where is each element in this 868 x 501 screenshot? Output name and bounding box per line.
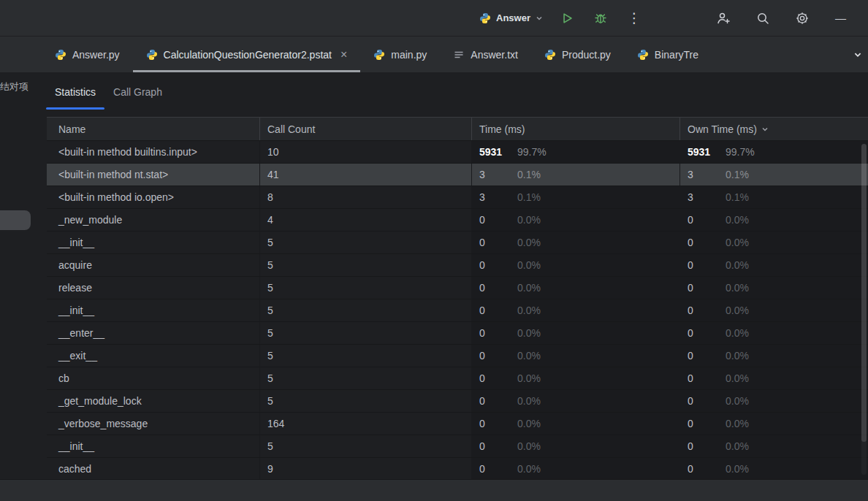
python-logo-icon	[479, 12, 491, 24]
debug-icon[interactable]	[591, 9, 610, 28]
vertical-scrollbar[interactable]	[861, 144, 867, 475]
status-bar	[0, 479, 868, 501]
python-logo-icon	[544, 49, 556, 61]
cell-name: <built-in method nt.stat>	[47, 164, 259, 186]
tab-label: Answer.txt	[471, 49, 518, 61]
view-tab-0[interactable]: Statistics	[46, 73, 104, 111]
table-row[interactable]: <built-in method io.open>830.1%30.1%	[47, 186, 868, 209]
table-row[interactable]: _verbose_message16400.0%00.0%	[47, 413, 868, 435]
sort-indicator-icon	[761, 123, 769, 135]
scrollbar-thumb[interactable]	[861, 144, 867, 442]
table-row[interactable]: __init__500.0%00.0%	[47, 232, 868, 254]
function-name: __enter__	[58, 327, 104, 339]
cell-own-time: 00.0%	[679, 322, 868, 344]
time-value: 0	[479, 259, 517, 271]
tool-window-stripe-button-active[interactable]	[0, 210, 31, 230]
own-time-percent: 0.0%	[726, 214, 749, 226]
view-tab-1[interactable]: Call Graph	[104, 73, 171, 111]
settings-gear-icon[interactable]	[793, 9, 812, 28]
editor-tab-2[interactable]: main.py	[360, 37, 440, 72]
table-row[interactable]: cb500.0%00.0%	[47, 367, 868, 390]
cell-call-count: 5	[259, 367, 471, 389]
call-count-value: 41	[267, 169, 279, 180]
own-time-value: 3	[688, 169, 726, 180]
table-row[interactable]: release500.0%00.0%	[47, 277, 868, 299]
cell-own-time: 00.0%	[679, 299, 868, 321]
cell-name: acquire	[47, 254, 259, 276]
tabs-overflow-icon[interactable]	[853, 37, 862, 72]
own-time-percent: 0.0%	[726, 237, 749, 248]
cell-own-time: 00.0%	[679, 458, 868, 479]
time-value: 0	[479, 282, 517, 294]
editor-tab-5[interactable]: BinaryTre	[624, 37, 712, 72]
call-count-value: 5	[267, 305, 273, 316]
table-row[interactable]: _get_module_lock500.0%00.0%	[47, 390, 868, 413]
own-time-value: 0	[688, 327, 726, 339]
column-header-time[interactable]: Time (ms)	[471, 118, 679, 140]
table-row[interactable]: __enter__500.0%00.0%	[47, 322, 868, 345]
table-row[interactable]: __init__500.0%00.0%	[47, 435, 868, 458]
time-percent: 0.0%	[517, 418, 541, 429]
left-tool-window-stripe: 小结对项	[0, 73, 42, 479]
toolbar-right-icons	[714, 9, 812, 28]
call-count-value: 5	[267, 372, 273, 384]
column-label: Call Count	[267, 123, 315, 135]
cell-name: cb	[47, 367, 259, 389]
function-name: <built-in method io.open>	[58, 191, 174, 203]
call-count-value: 8	[267, 191, 273, 203]
own-time-value: 3	[688, 191, 726, 203]
cell-call-count: 5	[259, 345, 471, 367]
cell-own-time: 00.0%	[679, 435, 868, 457]
table-row[interactable]: acquire500.0%00.0%	[47, 254, 868, 277]
cell-own-time: 00.0%	[679, 254, 868, 276]
call-count-value: 4	[267, 214, 273, 226]
cell-call-count: 4	[259, 209, 471, 231]
function-name: __init__	[58, 237, 94, 248]
add-user-icon[interactable]	[714, 9, 733, 28]
minimize-icon[interactable]: —	[835, 12, 846, 24]
table-row[interactable]: __init__500.0%00.0%	[47, 299, 868, 322]
search-icon[interactable]	[753, 9, 772, 28]
cell-time: 00.0%	[471, 209, 679, 231]
column-header-name[interactable]: Name	[47, 118, 259, 140]
tool-window-stripe-button[interactable]: 小结对项	[0, 80, 28, 93]
editor-tab-3[interactable]: Answer.txt	[440, 37, 531, 72]
table-row[interactable]: cached900.0%00.0%	[47, 458, 868, 479]
table-row[interactable]: <built-in method nt.stat>4130.1%30.1%	[47, 164, 868, 186]
time-value: 0	[479, 214, 517, 226]
cell-call-count: 5	[259, 390, 471, 412]
cell-call-count: 41	[259, 164, 471, 186]
editor-tab-0[interactable]: Answer.py	[42, 37, 133, 72]
cell-time: 00.0%	[471, 299, 679, 321]
time-percent: 0.1%	[517, 191, 541, 203]
profiler-panel: StatisticsCall Graph Name Call Count Tim…	[42, 73, 868, 479]
own-time-value: 0	[688, 350, 726, 362]
editor-tab-1[interactable]: CalculationQuestionGenerator2.pstat×	[133, 37, 361, 72]
column-header-call-count[interactable]: Call Count	[259, 118, 471, 140]
tab-label: CalculationQuestionGenerator2.pstat	[164, 49, 332, 61]
own-time-percent: 0.0%	[726, 305, 749, 316]
run-icon[interactable]	[557, 9, 576, 28]
run-config-selector[interactable]: Answer	[479, 12, 543, 25]
column-header-own-time[interactable]: Own Time (ms)	[679, 118, 868, 140]
cell-time: 00.0%	[471, 254, 679, 276]
table-row[interactable]: _new_module400.0%00.0%	[47, 209, 868, 232]
function-name: _verbose_message	[58, 418, 148, 429]
function-name: release	[58, 282, 92, 294]
cell-call-count: 8	[259, 186, 471, 208]
call-count-value: 5	[267, 259, 273, 271]
table-row[interactable]: __exit__500.0%00.0%	[47, 345, 868, 367]
more-actions-icon[interactable]: ⋮	[625, 9, 644, 28]
time-value: 3	[479, 191, 517, 203]
cell-time: 00.0%	[471, 277, 679, 299]
time-percent: 0.0%	[517, 350, 541, 362]
main-toolbar: Answer ⋮	[0, 0, 868, 37]
chevron-down-icon	[536, 12, 543, 25]
table-row[interactable]: <built-in method builtins.input>10593199…	[47, 141, 868, 164]
own-time-value: 0	[688, 372, 726, 384]
close-tab-icon[interactable]: ×	[340, 49, 347, 61]
editor-tab-4[interactable]: Product.py	[531, 37, 624, 72]
call-count-value: 5	[267, 327, 273, 339]
cell-name: _verbose_message	[47, 413, 259, 435]
cell-name: __init__	[47, 435, 259, 457]
